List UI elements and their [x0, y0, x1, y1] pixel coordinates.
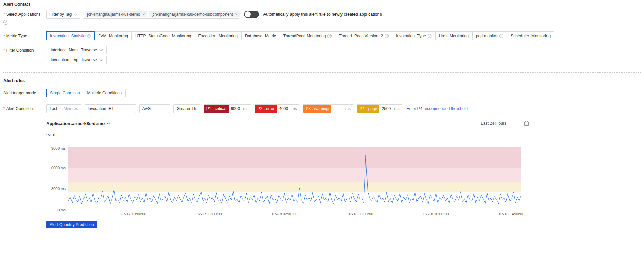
tab-http-statuscode-monitoring[interactable]: HTTP_StatusCode_Monitoring — [131, 31, 195, 40]
chevron-down-icon — [74, 12, 77, 16]
p2-threshold-input[interactable] — [277, 105, 291, 113]
tab-label: Scheduler_Monitoring — [511, 34, 551, 38]
metric-type-label-col: *Metric Type — [3, 31, 46, 38]
filter-condition-row: *Filter Condition Interface_Name Travers… — [3, 46, 641, 66]
trigger-mode-multiple[interactable]: Multiple Conditions — [83, 89, 125, 97]
metric-type-label: Metric Type — [6, 34, 27, 38]
tab-thread-pool-version-2[interactable]: Thread_Pool_Version_2 — [335, 31, 392, 40]
p3-threshold-input[interactable] — [331, 105, 345, 113]
minutes-input[interactable] — [61, 105, 81, 113]
select-applications-row: *Select Applications: Filter by Tag [cn-… — [3, 10, 641, 25]
tab-pod-monitor[interactable]: pod monitor — [472, 31, 507, 40]
trigger-mode-single[interactable]: Single Condition — [46, 89, 83, 97]
application-tag: [cn-shanghai]arms-k8s-demo-subcomponent — [149, 11, 240, 17]
trigger-mode-row: Alert trigger mode Single Condition Mult… — [3, 89, 641, 97]
required-asterisk: * — [3, 48, 5, 53]
svg-text:07-17 18:00:00: 07-17 18:00:00 — [121, 212, 146, 216]
p1-threshold-input[interactable] — [229, 105, 243, 113]
application-selector[interactable]: Application:arms-k8s-demo — [46, 121, 110, 126]
p2-unit-label: ms — [291, 105, 299, 113]
svg-text:0 ms: 0 ms — [57, 208, 66, 212]
operator-select[interactable]: Greater Th... — [173, 104, 200, 113]
svg-text:9000 ms: 9000 ms — [51, 146, 66, 150]
chevron-down-icon — [99, 58, 103, 61]
p2-error-badge: P2 : error — [255, 105, 277, 113]
chart-legend[interactable]: rt — [46, 132, 532, 137]
tab-label: Exception_Monitoring — [198, 34, 238, 38]
svg-text:07-18 10:00:00: 07-18 10:00:00 — [423, 212, 449, 216]
help-icon[interactable] — [3, 20, 8, 25]
filter-by-tag-select[interactable]: Filter by Tag — [46, 10, 80, 19]
rt-line-chart: 0 ms3000 ms6000 ms9000 ms07-17 18:00:000… — [46, 146, 532, 217]
p3-unit-label: ms — [345, 105, 353, 113]
svg-text:07-18 02:00:00: 07-18 02:00:00 — [272, 212, 297, 216]
tab-label: Invocation_Type — [396, 34, 426, 38]
filter-condition-label-col: *Filter Condition — [3, 46, 46, 53]
select-applications-label-col: *Select Applications: — [3, 10, 46, 25]
tab-database-metric[interactable]: Database_Metric — [241, 31, 280, 40]
chevron-down-icon — [107, 121, 110, 124]
calendar-icon — [524, 121, 529, 126]
applications-multiselect[interactable]: [cn-shanghai]arms-k8s-demo [cn-shanghai]… — [83, 10, 239, 19]
last-label[interactable]: Last — [47, 105, 61, 113]
help-icon[interactable] — [499, 34, 503, 38]
alert-condition-row: *Alert Condition: Last Greater Th... P1 … — [3, 104, 641, 113]
remove-tag-icon[interactable] — [142, 12, 145, 16]
application-tag: [cn-shanghai]arms-k8s-demo — [85, 11, 147, 17]
interface-name-select[interactable]: Traverse — [78, 46, 107, 54]
p4-page-badge: P4 : page — [357, 105, 379, 113]
required-asterisk: * — [3, 12, 5, 17]
p4-threshold-input[interactable] — [379, 105, 394, 113]
toggle-knob — [245, 11, 251, 17]
filter-name: Interface_Name — [51, 48, 78, 52]
interface-name-value: Traverse — [81, 48, 97, 52]
help-icon[interactable] — [385, 34, 389, 38]
filter-condition-label: Filter Condition — [6, 48, 34, 53]
metric-input[interactable] — [85, 104, 136, 113]
preview-chart-block: Application:arms-k8s-demo Last 24 Hours — [46, 119, 532, 228]
help-icon[interactable] — [87, 34, 91, 38]
aggregation-input[interactable] — [139, 104, 170, 113]
alert-rules-title: Alert rules — [3, 78, 641, 83]
filter-line-invocation-type: Invocation_Type Traverse — [51, 56, 107, 64]
alert-rule-page: Alert Contact *Select Applications: Filt… — [0, 0, 644, 230]
alert-contact-section: Alert Contact *Select Applications: Filt… — [3, 2, 641, 66]
invocation-type-value: Traverse — [81, 57, 97, 62]
svg-text:07-17 22:00:00: 07-17 22:00:00 — [196, 212, 222, 216]
svg-text:07-18 14:00:00: 07-18 14:00:00 — [499, 212, 524, 216]
filter-condition-content: Interface_Name Traverse Invocation_Type … — [46, 46, 107, 66]
time-range-picker[interactable]: Last 24 Hours — [455, 119, 532, 128]
filter-by-tag-value: Filter by Tag — [49, 12, 72, 17]
tab-host-monitoring[interactable]: Host_Monitoring — [435, 31, 473, 40]
required-asterisk: * — [3, 106, 5, 111]
auto-apply-toggle[interactable] — [244, 11, 259, 18]
alert-rules-section: Alert rules Alert trigger mode Single Co… — [3, 78, 641, 228]
tab-label: JVM_Monitoring — [98, 34, 128, 38]
tab-jvm-monitoring[interactable]: JVM_Monitoring — [94, 31, 132, 40]
trigger-mode-label: Alert trigger mode — [3, 89, 46, 95]
help-icon[interactable] — [428, 34, 432, 38]
time-window-group: Last — [46, 104, 81, 113]
tab-invocation-type[interactable]: Invocation_Type — [392, 31, 435, 40]
tab-threadpool-monitoring[interactable]: ThreadPool_Monitoring — [280, 31, 336, 40]
alert-quantity-prediction-button[interactable]: Alert Quantity Prediction — [46, 221, 97, 228]
help-icon[interactable] — [327, 34, 332, 38]
legend-label: rt — [53, 132, 55, 137]
select-applications-label: Select Applications: — [6, 12, 42, 17]
tab-scheduler-monitoring[interactable]: Scheduler_Monitoring — [507, 31, 554, 40]
p4-unit-label: ms — [394, 105, 402, 113]
threshold-p3: P3 : warning ms — [303, 104, 353, 113]
threshold-p4: P4 : page ms — [357, 104, 402, 113]
section-divider — [3, 72, 641, 73]
filter-name: Invocation_Type — [51, 57, 78, 62]
remove-tag-icon[interactable] — [235, 12, 238, 16]
tab-exception-monitoring[interactable]: Exception_Monitoring — [195, 31, 242, 40]
invocation-type-select[interactable]: Traverse — [78, 56, 107, 64]
auto-apply-label: Automatically apply this alert rule to n… — [263, 12, 382, 17]
application-tag-label: [cn-shanghai]arms-k8s-demo — [87, 12, 140, 17]
tab-invocation-statistic[interactable]: Invocation_Statistic — [46, 31, 95, 40]
alert-contact-title: Alert Contact — [3, 2, 641, 7]
svg-text:07-18 06:00:00: 07-18 06:00:00 — [348, 212, 373, 216]
recommended-threshold-link[interactable]: Enter P4 recommended threshold — [406, 106, 467, 111]
required-asterisk: * — [3, 34, 5, 38]
